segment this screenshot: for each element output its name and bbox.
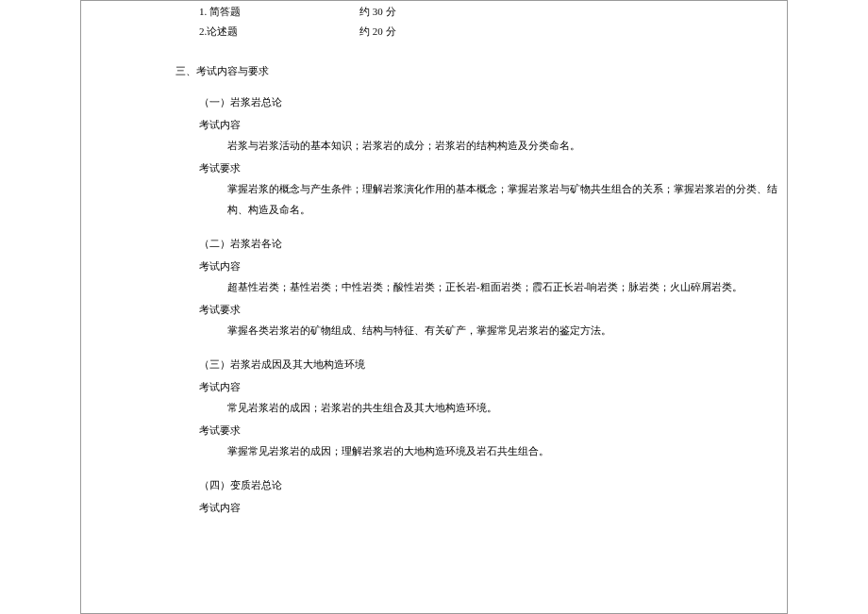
section3-heading: 三、考试内容与要求 xyxy=(175,64,777,78)
part3-req-text: 掌握常见岩浆岩的成因；理解岩浆岩的大地构造环境及岩石共生组合。 xyxy=(227,440,777,461)
score-row-1: 1. 简答题 约 30 分 xyxy=(199,2,777,22)
part2: （二）岩浆岩各论 考试内容 超基性岩类；基性岩类；中性岩类；酸性岩类；正长岩-粗… xyxy=(199,233,777,340)
part4: （四）变质岩总论 考试内容 xyxy=(199,474,777,518)
part3-content-text: 常见岩浆岩的成因；岩浆岩的共生组合及其大地构造环境。 xyxy=(227,397,777,418)
score-item1-value: 约 30 分 xyxy=(359,2,396,22)
part1: （一）岩浆岩总论 考试内容 岩浆与岩浆活动的基本知识；岩浆岩的成分；岩浆岩的结构… xyxy=(199,91,777,220)
part4-title: （四）变质岩总论 xyxy=(199,474,777,495)
part1-content-text: 岩浆与岩浆活动的基本知识；岩浆岩的成分；岩浆岩的结构构造及分类命名。 xyxy=(227,135,777,156)
part3-title: （三）岩浆岩成因及其大地构造环境 xyxy=(199,354,777,374)
score-item1-label: 1. 简答题 xyxy=(199,2,359,22)
score-item2-label: 2.论述题 xyxy=(199,22,359,41)
part1-title: （一）岩浆岩总论 xyxy=(199,91,777,112)
document-content: 主观题约 50 分 1. 简答题 约 30 分 2.论述题 约 20 分 三、考… xyxy=(81,0,787,518)
part2-content-text: 超基性岩类；基性岩类；中性岩类；酸性岩类；正长岩-粗面岩类；霞石正长岩-响岩类；… xyxy=(227,276,777,297)
part4-content-label: 考试内容 xyxy=(199,497,777,518)
page-frame: 主观题约 50 分 1. 简答题 约 30 分 2.论述题 约 20 分 三、考… xyxy=(80,0,788,614)
part3-req-label: 考试要求 xyxy=(199,420,777,440)
part1-content-label: 考试内容 xyxy=(199,114,777,135)
part2-req-text: 掌握各类岩浆岩的矿物组成、结构与特征、有关矿产，掌握常见岩浆岩的鉴定方法。 xyxy=(227,320,777,340)
part1-req-text: 掌握岩浆的概念与产生条件；理解岩浆演化作用的基本概念；掌握岩浆岩与矿物共生组合的… xyxy=(227,178,777,220)
part3: （三）岩浆岩成因及其大地构造环境 考试内容 常见岩浆岩的成因；岩浆岩的共生组合及… xyxy=(199,354,777,461)
part2-content-label: 考试内容 xyxy=(199,256,777,276)
score-row-2: 2.论述题 约 20 分 xyxy=(199,22,777,41)
part1-req-label: 考试要求 xyxy=(199,158,777,178)
part3-content-label: 考试内容 xyxy=(199,376,777,397)
score-section: 主观题约 50 分 1. 简答题 约 30 分 2.论述题 约 20 分 xyxy=(199,0,777,41)
part2-req-label: 考试要求 xyxy=(199,299,777,320)
part2-title: （二）岩浆岩各论 xyxy=(199,233,777,254)
score-item2-value: 约 20 分 xyxy=(359,22,396,41)
